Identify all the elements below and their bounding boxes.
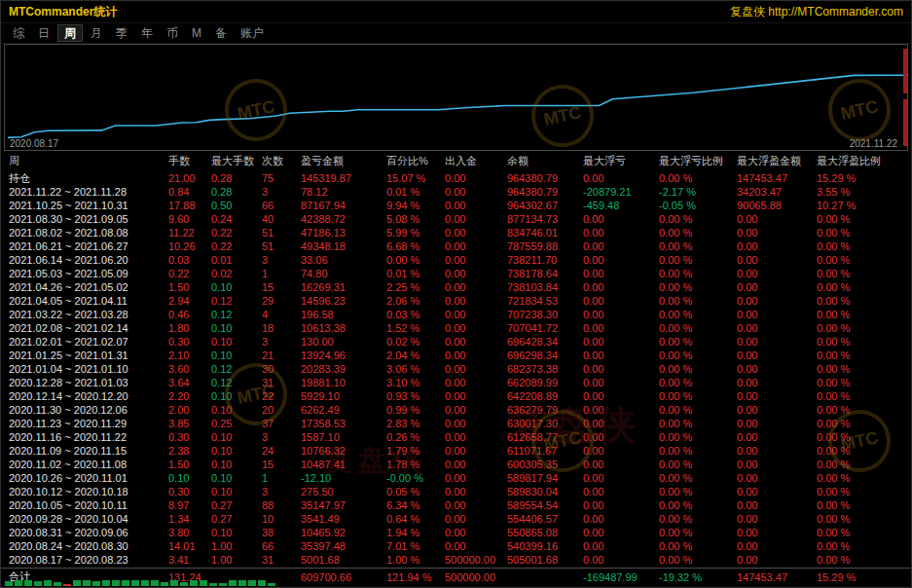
cell: 0.00 [737, 268, 817, 279]
menu-item-4[interactable]: 月 [85, 25, 108, 41]
table-row[interactable]: 2021.01.04 ~ 2021.01.103.600.123020283.3… [1, 362, 911, 376]
cell: 1.80 [168, 322, 211, 334]
table-row[interactable]: 2021.02.08 ~ 2021.02.141.800.101810613.3… [1, 321, 911, 335]
menu-item-9[interactable]: 备 [209, 25, 233, 41]
cell: 0.00 [737, 377, 817, 388]
menu-item-1[interactable]: 综 [7, 25, 30, 41]
table-row[interactable]: 2021.06.14 ~ 2021.06.200.030.01333.060.0… [1, 253, 911, 267]
menu-item-3[interactable]: 周 [57, 24, 83, 42]
cell: 0.00 % [817, 390, 911, 402]
cell: 66 [262, 540, 301, 552]
cell: 0.00 % [817, 295, 911, 307]
weekly-bar [112, 580, 120, 586]
table-row[interactable]: 2020.11.09 ~ 2020.11.152.380.102410766.3… [1, 444, 911, 458]
table-row[interactable]: 持仓21.000.2875145319.8715.07 %0.00964380.… [1, 171, 911, 185]
table-body: 持仓21.000.2875145319.8715.07 %0.00964380.… [1, 171, 911, 567]
titlebar-link[interactable]: 复盘侠 http://MTCommander.com [730, 4, 903, 20]
cell: 554406.57 [507, 513, 583, 525]
cell: 0.00 [445, 540, 507, 552]
cell: 0.00 [583, 254, 659, 266]
cell: 0.00 % [659, 459, 737, 470]
cell: 21.00 [168, 172, 211, 184]
table-row[interactable]: 2021.08.02 ~ 2021.08.0811.220.225147186.… [1, 226, 911, 239]
menu-item-2[interactable]: 日 [32, 25, 55, 41]
cell: 0.22 [168, 268, 211, 279]
cell: 2021.06.21 ~ 2021.06.27 [9, 240, 168, 252]
cell: 3 [262, 336, 301, 348]
cell: 10.27 % [817, 200, 911, 211]
table-row[interactable]: 2020.11.16 ~ 2020.11.220.300.1031587.100… [1, 430, 911, 444]
table-row[interactable]: 2020.08.17 ~ 2020.08.233.411.00315001.68… [1, 553, 911, 567]
table-row[interactable]: 2020.11.30 ~ 2020.12.062.000.10206262.49… [1, 403, 911, 417]
table-row[interactable]: 2021.04.26 ~ 2021.05.021.500.101516269.3… [1, 280, 911, 294]
cell: 0.00 [445, 268, 507, 279]
cell: 834746.01 [507, 227, 583, 239]
menu-item-7[interactable]: 币 [161, 25, 184, 41]
cell: 2020.12.14 ~ 2020.12.20 [9, 390, 168, 402]
cell: 0.00 % [817, 404, 911, 416]
cell: 1 [262, 472, 301, 484]
table-row[interactable]: 2021.03.22 ~ 2021.03.280.460.124196.580.… [1, 308, 911, 321]
cell: 87167.94 [301, 200, 386, 211]
cell: 1587.10 [301, 431, 386, 443]
cell: 2020.08.24 ~ 2020.08.30 [9, 540, 168, 552]
table-row[interactable]: 2021.11.22 ~ 2021.11.280.840.28378.120.0… [1, 185, 911, 199]
weekly-bar [238, 580, 246, 586]
table-row[interactable]: 2020.10.26 ~ 2020.11.010.100.101-12.10-0… [1, 471, 911, 485]
cell: 0.00 [583, 540, 659, 552]
menu-item-5[interactable]: 季 [110, 25, 133, 41]
table-row[interactable]: 2020.11.02 ~ 2020.11.081.500.101510487.4… [1, 458, 911, 471]
cell: 0.00 % [817, 513, 911, 525]
cell: 0.00 % [817, 431, 911, 443]
cell: 0.00 [737, 322, 817, 334]
cell: 2020.11.02 ~ 2020.11.08 [9, 459, 168, 470]
cell: 147453.47 [737, 172, 817, 184]
cell: 3 [262, 486, 301, 497]
table-row[interactable]: 2020.09.28 ~ 2020.10.041.340.27103541.49… [1, 512, 911, 526]
table-row[interactable]: 2021.05.03 ~ 2021.05.090.220.02174.800.0… [1, 267, 911, 280]
cell: 0.00 [583, 513, 659, 525]
cell: 696298.34 [507, 349, 583, 361]
menu-item-8[interactable]: M [186, 25, 207, 41]
cell: 37 [262, 418, 301, 429]
table-row[interactable]: 2020.12.28 ~ 2021.01.033.640.123119881.1… [1, 376, 911, 389]
table-row[interactable]: 2020.11.23 ~ 2020.11.293.850.253717358.5… [1, 417, 911, 430]
cell: 0.00 [737, 431, 817, 443]
cell: 0.00 % [817, 554, 911, 566]
table-row[interactable]: 2021.04.05 ~ 2021.04.112.940.122914596.2… [1, 294, 911, 308]
table-row[interactable]: 2020.08.24 ~ 2020.08.3014.011.006635397.… [1, 539, 911, 553]
column-header: 盈亏金额 [301, 154, 386, 168]
cell: 2.38 [168, 445, 211, 457]
cell: 0.00 [583, 322, 659, 334]
menu-item-6[interactable]: 年 [135, 25, 159, 41]
cell: 589830.04 [507, 486, 583, 497]
cell: 707041.72 [507, 322, 583, 334]
cell: 0.00 % [659, 240, 737, 252]
cell: 0.00 % [659, 431, 737, 443]
table-row[interactable]: 2021.01.25 ~ 2021.01.312.100.102113924.9… [1, 349, 911, 362]
cell: 0.00 [737, 540, 817, 552]
table-row[interactable]: 2021.02.01 ~ 2021.02.070.300.103130.000.… [1, 335, 911, 349]
table-row[interactable]: 2021.10.25 ~ 2021.10.3117.880.506687167.… [1, 199, 911, 212]
cell: 0.50 [211, 200, 262, 211]
weekly-bar [229, 580, 237, 586]
table-row[interactable]: 2020.10.12 ~ 2020.10.180.300.103275.500.… [1, 485, 911, 498]
cell: 121.94 % [386, 571, 445, 583]
table-row[interactable]: 2020.10.05 ~ 2020.10.118.970.278835147.9… [1, 498, 911, 512]
cell: 0.25 [211, 418, 262, 429]
cell: 0.00 % [817, 268, 911, 279]
table-row[interactable]: 2021.08.30 ~ 2021.09.059.600.244042388.7… [1, 212, 911, 226]
cell: 500000.00 [445, 571, 507, 583]
table-row[interactable]: 2020.08.31 ~ 2020.09.063.800.103810465.9… [1, 526, 911, 539]
cell: 1.94 % [386, 527, 445, 538]
menu-item-10[interactable]: 账户 [235, 25, 270, 41]
weekly-bar [44, 580, 52, 586]
table-row[interactable]: 2020.12.14 ~ 2020.12.202.200.10225929.10… [1, 389, 911, 403]
cell: 31 [262, 554, 301, 566]
cell: 0.10 [211, 459, 262, 470]
equity-chart: 2020.08.17 2021.11.22 [4, 44, 908, 151]
cell: 3541.49 [301, 513, 386, 525]
cell: 0.00 % [817, 213, 911, 225]
cell: 0.00 [583, 527, 659, 538]
table-row[interactable]: 2021.06.21 ~ 2021.06.2710.260.225149348.… [1, 239, 911, 253]
